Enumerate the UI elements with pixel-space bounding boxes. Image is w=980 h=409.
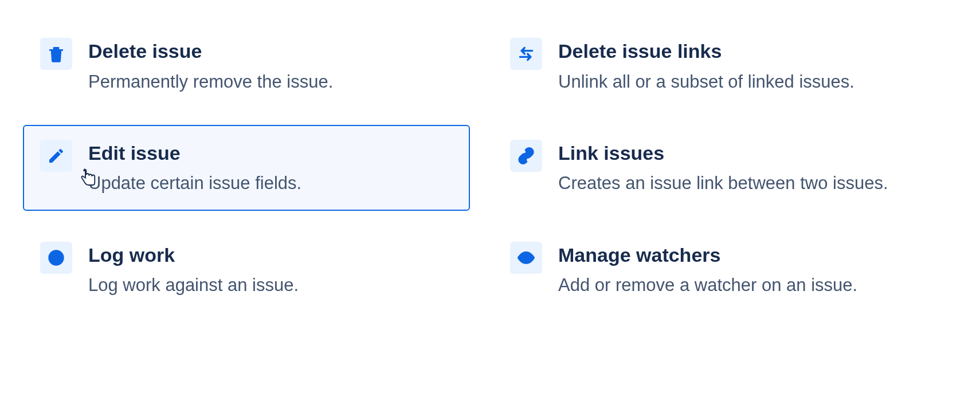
action-desc: Creates an issue link between two issues… — [558, 171, 923, 195]
action-delete-issue-links[interactable]: Delete issue links Unlink all or a subse… — [493, 23, 940, 109]
action-log-work[interactable]: Log work Log work against an issue. — [23, 227, 470, 313]
pencil-icon — [40, 140, 72, 172]
action-desc: Update certain issue fields. — [88, 171, 453, 195]
action-title: Delete issue — [88, 39, 453, 64]
link-icon — [510, 140, 542, 172]
svg-point-1 — [524, 255, 528, 260]
action-title: Manage watchers — [558, 243, 923, 268]
eye-icon — [510, 242, 542, 274]
action-edit-issue[interactable]: Edit issue Update certain issue fields. — [23, 125, 470, 211]
action-desc: Permanently remove the issue. — [88, 69, 453, 94]
action-link-issues[interactable]: Link issues Creates an issue link betwee… — [493, 125, 940, 211]
action-desc: Add or remove a watcher on an issue. — [558, 273, 923, 297]
clock-icon — [40, 242, 72, 274]
action-desc: Log work against an issue. — [88, 273, 453, 297]
action-grid: Delete issue Permanently remove the issu… — [23, 23, 940, 313]
action-desc: Unlink all or a subset of linked issues. — [558, 69, 923, 94]
action-title: Edit issue — [88, 141, 453, 166]
swap-arrows-icon — [510, 38, 542, 70]
action-title: Delete issue links — [558, 39, 923, 64]
action-delete-issue[interactable]: Delete issue Permanently remove the issu… — [23, 23, 470, 109]
action-manage-watchers[interactable]: Manage watchers Add or remove a watcher … — [493, 227, 940, 313]
trash-icon — [40, 38, 72, 70]
action-title: Link issues — [558, 141, 923, 166]
action-title: Log work — [88, 243, 453, 268]
